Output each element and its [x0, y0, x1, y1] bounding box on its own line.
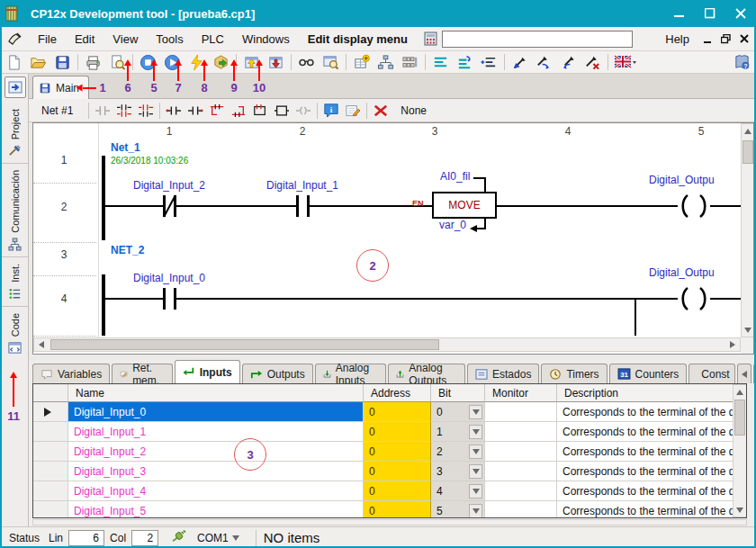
coil-label[interactable]: Digital_Outpu [649, 174, 739, 186]
sidebar-tab-inst[interactable]: Inst. [2, 257, 28, 307]
menu-file[interactable]: File [29, 29, 66, 49]
upload-to-plc-button[interactable] [239, 52, 264, 73]
col-header-monitor[interactable]: Monitor [485, 384, 557, 402]
col-header-address[interactable]: Address [364, 384, 431, 402]
tab-analog-outputs[interactable]: Analog Outputs [388, 364, 465, 383]
function-block-tool-button[interactable] [271, 101, 292, 121]
sidebar-tab-code[interactable]: Code [2, 307, 28, 360]
menu-edit[interactable]: Edit [66, 29, 104, 49]
move-block[interactable]: MOVE [432, 192, 497, 219]
table-row[interactable]: Digital_Input_3 0 3 Corresponds to the t… [33, 462, 746, 481]
table-row[interactable]: Digital_Input_5 0 5 Corresponds to the t… [33, 501, 746, 518]
cell-bit[interactable]: 0 [431, 402, 485, 422]
bit-dropdown-button[interactable] [469, 425, 482, 439]
cell-name[interactable]: Digital_Input_4 [68, 481, 364, 501]
open-file-button[interactable] [26, 52, 50, 73]
cell-description[interactable]: Corresponds to the terminal of the digit… [557, 442, 734, 462]
coil-tool-button[interactable] [292, 101, 314, 121]
project-menu-icon[interactable] [2, 28, 29, 49]
col-header-bit[interactable]: Bit [431, 384, 485, 402]
pen-delete-button[interactable] [580, 52, 605, 73]
cell-address[interactable]: 0 [364, 462, 431, 481]
row-selector[interactable] [33, 462, 68, 481]
cell-bit[interactable]: 5 [431, 501, 485, 518]
memory-grid-button[interactable] [398, 52, 422, 73]
grid-vscrollbar[interactable] [733, 384, 747, 517]
net1-name[interactable]: Net_1 [111, 141, 140, 154]
mdi-restore-button[interactable] [716, 28, 734, 49]
menu-view[interactable]: View [104, 29, 147, 49]
cell-bit[interactable]: 4 [431, 481, 485, 501]
com-port-select[interactable]: COM1 [197, 532, 229, 544]
row-selector[interactable] [33, 501, 68, 518]
ladder-editor[interactable]: 1 2 3 4 5 1 2 3 4 Net_1 26/3/2018 10:03:… [32, 122, 754, 355]
grid-hscrollbar[interactable] [32, 519, 747, 526]
reorder-lines-button[interactable] [453, 52, 477, 73]
bit-dropdown-button[interactable] [469, 405, 482, 419]
cell-bit[interactable]: 2 [431, 442, 485, 462]
row-selector[interactable] [33, 481, 68, 501]
download-to-plc-button[interactable] [264, 52, 288, 73]
align-lines-button[interactable] [428, 52, 453, 73]
table-row[interactable]: Digital_Input_1 0 1 Corresponds to the t… [33, 422, 746, 442]
tab-const[interactable]: Const [688, 364, 735, 383]
block-input-label[interactable]: AI0_fil [440, 170, 470, 183]
row-selector[interactable] [33, 422, 68, 442]
cell-name[interactable]: Digital_Input_1 [68, 422, 364, 442]
ladder-vscrollbar[interactable] [741, 123, 754, 337]
contact-label[interactable]: Digital_Input_2 [115, 179, 223, 192]
language-flag-button[interactable] [611, 52, 640, 73]
contact-no[interactable] [163, 288, 166, 310]
cell-address[interactable]: 0 [364, 481, 431, 501]
cell-name[interactable]: Digital_Input_2 [68, 442, 364, 462]
compile-button[interactable] [184, 52, 209, 73]
double-contact-tool-button[interactable] [113, 101, 135, 121]
bit-dropdown-button[interactable] [469, 445, 482, 459]
maximize-button[interactable] [695, 3, 725, 24]
stop-button[interactable] [136, 52, 160, 73]
search-input[interactable] [442, 31, 633, 48]
print-button[interactable] [81, 52, 105, 73]
sidebar-tab-comunicacion[interactable]: Comunicación [2, 164, 28, 257]
ladder-hscroll-thumb[interactable] [50, 339, 439, 350]
cell-description[interactable]: Corresponds to the terminal of the digit… [557, 481, 734, 501]
ladder-hscrollbar[interactable] [33, 337, 741, 352]
row-selector[interactable] [33, 402, 68, 422]
menu-help[interactable]: Help [656, 29, 698, 49]
net-info-button[interactable]: i [320, 101, 342, 121]
cell-bit[interactable]: 1 [431, 422, 485, 442]
tab-timers[interactable]: Timers [541, 364, 607, 383]
tab-estados[interactable]: Estados [467, 364, 539, 383]
tab-main[interactable]: Main [32, 76, 89, 99]
com-port-dropdown-icon[interactable] [232, 535, 239, 541]
print-preview-button[interactable] [105, 52, 130, 73]
cell-monitor[interactable] [485, 402, 557, 422]
cell-monitor[interactable] [485, 422, 557, 442]
net-comment-edit-button[interactable] [342, 101, 364, 121]
pen-back-button[interactable] [556, 52, 580, 73]
block-output-label[interactable]: var_0 [439, 219, 466, 231]
double-contact2-tool-button[interactable] [135, 101, 157, 121]
project-tree-button[interactable] [374, 52, 398, 73]
mdi-minimize-button[interactable] [698, 28, 716, 49]
tab-variables[interactable]: Variables [32, 364, 110, 383]
pen-forward-button[interactable] [532, 52, 556, 73]
contact-label[interactable]: Digital_Input_0 [115, 272, 223, 284]
branch-up-tool-button[interactable] [228, 101, 249, 121]
grid-vscroll-thumb[interactable] [734, 400, 745, 436]
table-row[interactable]: Digital_Input_4 0 4 Corresponds to the t… [33, 481, 746, 501]
bit-dropdown-button[interactable] [469, 504, 482, 518]
cell-description[interactable]: Corresponds to the terminal of the digit… [557, 501, 734, 518]
cell-monitor[interactable] [485, 501, 557, 518]
contact-no[interactable] [296, 195, 299, 217]
minimize-button[interactable] [664, 3, 695, 24]
branch-down-tool-button[interactable] [206, 101, 228, 121]
tab-counters[interactable]: 31Counters [609, 364, 688, 383]
cell-monitor[interactable] [485, 442, 557, 462]
cell-bit[interactable]: 3 [431, 462, 485, 481]
cell-name[interactable]: Digital_Input_3 [68, 462, 364, 481]
tab-outputs[interactable]: Outputs [242, 364, 313, 383]
save-button[interactable] [50, 52, 75, 73]
cell-name[interactable]: Digital_Input_0 [68, 402, 364, 422]
bit-dropdown-button[interactable] [469, 464, 482, 479]
